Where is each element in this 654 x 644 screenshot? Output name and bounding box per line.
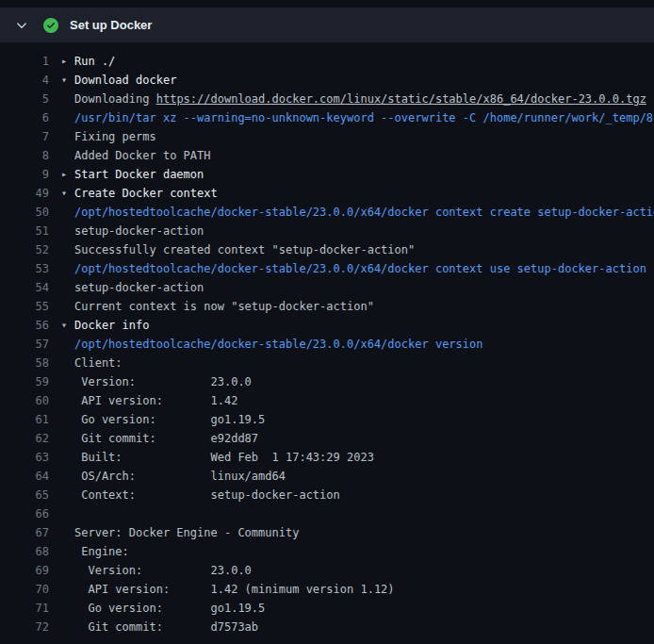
log-line: 64 OS/Arch: linux/amd64 — [0, 467, 654, 486]
check-circle-icon — [43, 18, 58, 33]
line-number[interactable]: 59 — [0, 372, 49, 391]
line-number[interactable]: 69 — [0, 561, 49, 580]
log-text: Run ./ — [74, 52, 654, 71]
log-segment: /opt/hostedtoolcache/docker-stable/23.0.… — [74, 206, 654, 219]
log-text: Successfully created context "setup-dock… — [74, 240, 654, 259]
log-text: Engine: — [74, 542, 654, 561]
marker-spacer — [61, 222, 74, 240]
log-text: /opt/hostedtoolcache/docker-stable/23.0.… — [74, 203, 654, 222]
marker-spacer — [61, 542, 74, 561]
log-segment: Added Docker to PATH — [74, 149, 211, 162]
log-text: Context: setup-docker-action — [74, 486, 654, 504]
marker-spacer — [61, 599, 74, 618]
log-line: 4▾Download docker — [0, 71, 654, 90]
line-number[interactable]: 58 — [0, 354, 49, 372]
line-number[interactable]: 65 — [0, 486, 49, 504]
log-line: 70 API version: 1.42 (minimum version 1.… — [0, 580, 654, 599]
log-segment: API version: 1.42 — [74, 394, 237, 407]
log-line: 63 Built: Wed Feb 1 17:43:29 2023 — [0, 448, 654, 467]
marker-spacer — [61, 561, 74, 580]
log-segment: Create Docker context — [74, 187, 218, 200]
log-text: Current context is now "setup-docker-act… — [74, 297, 654, 316]
line-number[interactable]: 51 — [0, 222, 49, 240]
line-number[interactable]: 57 — [0, 335, 49, 354]
log-segment: Fixing perms — [74, 130, 156, 143]
log-line: 62 Git commit: e92dd87 — [0, 429, 654, 448]
log-line: 56▾Docker info — [0, 316, 654, 335]
line-number[interactable]: 63 — [0, 448, 49, 467]
log-segment: Docker info — [74, 319, 149, 332]
log-line: 61 Go version: go1.19.5 — [0, 410, 654, 429]
line-number[interactable]: 70 — [0, 580, 49, 599]
line-number[interactable]: 71 — [0, 599, 49, 618]
group-expanded-icon[interactable]: ▾ — [61, 71, 74, 90]
log-text: Go version: go1.19.5 — [74, 410, 654, 429]
log-text: Go version: go1.19.5 — [74, 599, 654, 618]
line-number[interactable]: 60 — [0, 391, 49, 410]
line-number[interactable]: 4 — [0, 71, 49, 90]
line-number[interactable]: 64 — [0, 467, 49, 486]
log-line: 57/opt/hostedtoolcache/docker-stable/23.… — [0, 335, 654, 354]
line-number[interactable]: 8 — [0, 146, 49, 165]
marker-spacer — [61, 90, 74, 108]
group-collapsed-icon[interactable]: ▸ — [61, 52, 74, 71]
line-number[interactable]: 67 — [0, 523, 49, 542]
log-segment: Git commit: d7573ab — [74, 620, 258, 634]
line-number[interactable]: 68 — [0, 542, 49, 561]
log-line: 51setup-docker-action — [0, 222, 654, 240]
log-segment: Go version: go1.19.5 — [74, 413, 265, 426]
group-collapsed-icon[interactable]: ▸ — [61, 165, 74, 184]
marker-spacer — [61, 618, 74, 636]
marker-spacer — [61, 278, 74, 297]
group-expanded-icon[interactable]: ▾ — [61, 316, 74, 335]
marker-spacer — [61, 372, 74, 391]
line-number[interactable]: 50 — [0, 203, 49, 222]
log-segment: /usr/bin/tar xz --warning=no-unknown-key… — [74, 111, 654, 124]
line-number[interactable]: 1 — [0, 52, 49, 71]
log-text: setup-docker-action — [74, 278, 654, 297]
marker-spacer — [61, 108, 74, 127]
marker-spacer — [61, 127, 74, 146]
log-text: Downloading https://download.docker.com/… — [74, 90, 654, 108]
marker-spacer — [61, 354, 74, 372]
log-line: 1▸Run ./ — [0, 52, 654, 71]
chevron-down-icon[interactable] — [15, 19, 28, 32]
log-segment: Current context is now "setup-docker-act… — [74, 300, 374, 313]
log-text: Create Docker context — [74, 184, 654, 203]
log-line: 71 Go version: go1.19.5 — [0, 599, 654, 618]
line-number[interactable]: 52 — [0, 240, 49, 259]
group-expanded-icon[interactable]: ▾ — [61, 184, 74, 203]
log-segment: /opt/hostedtoolcache/docker-stable/23.0.… — [74, 338, 482, 351]
log-line: 49▾Create Docker context — [0, 184, 654, 203]
log-line: 8Added Docker to PATH — [0, 146, 654, 165]
step-log-panel: Set up Docker 1▸Run ./4▾Download docker5… — [0, 8, 654, 636]
marker-spacer — [61, 429, 74, 448]
line-number[interactable]: 9 — [0, 165, 49, 184]
marker-spacer — [61, 146, 74, 165]
log-segment: Downloading — [74, 92, 156, 106]
line-number[interactable]: 72 — [0, 618, 49, 636]
line-number[interactable]: 5 — [0, 90, 49, 108]
step-header[interactable]: Set up Docker — [0, 8, 654, 42]
line-number[interactable]: 54 — [0, 278, 49, 297]
line-number[interactable]: 6 — [0, 108, 49, 127]
line-number[interactable]: 62 — [0, 429, 49, 448]
line-number[interactable]: 56 — [0, 316, 49, 335]
line-number[interactable]: 7 — [0, 127, 49, 146]
log-line: 5Downloading https://download.docker.com… — [0, 90, 654, 108]
line-number[interactable]: 53 — [0, 259, 49, 278]
log-segment: API version: 1.42 (minimum version 1.12) — [74, 583, 395, 596]
line-number[interactable]: 49 — [0, 184, 49, 203]
log-link[interactable]: https://download.docker.com/linux/static… — [156, 92, 646, 106]
marker-spacer — [61, 580, 74, 599]
log-text: /opt/hostedtoolcache/docker-stable/23.0.… — [74, 335, 654, 354]
log-segment: setup-docker-action — [74, 224, 204, 238]
line-number[interactable]: 55 — [0, 297, 49, 316]
marker-spacer — [61, 203, 74, 222]
log-segment: Version: 23.0.0 — [74, 564, 252, 577]
log-segment: Successfully created context "setup-dock… — [74, 243, 415, 256]
log-line: 55Current context is now "setup-docker-a… — [0, 297, 654, 316]
line-number[interactable]: 61 — [0, 410, 49, 429]
log-line: 7Fixing perms — [0, 127, 654, 146]
line-number[interactable]: 66 — [0, 504, 49, 523]
